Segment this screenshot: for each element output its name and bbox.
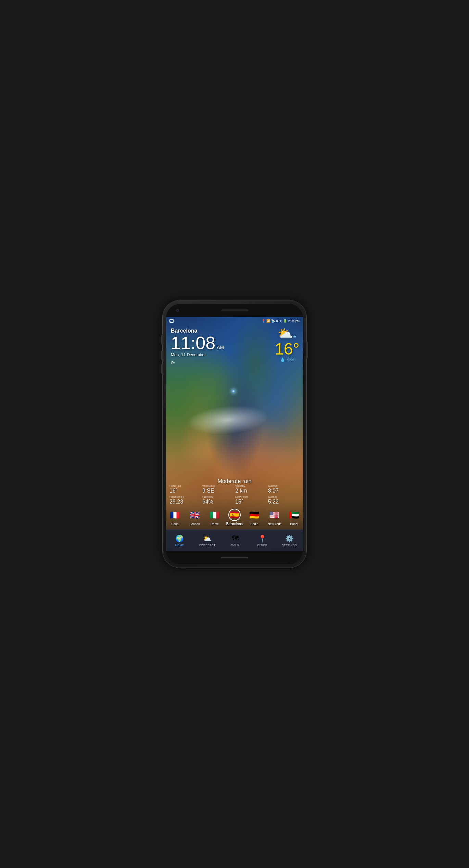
phone-inner: 📍 📶 📡 89% 🔋 2:08 PM Barcelona 11:08 AM — [166, 304, 303, 564]
wind-label: Wind (m/s) — [202, 484, 234, 487]
city-flag: 🇫🇷 — [169, 509, 181, 521]
screen: 📍 📶 📡 89% 🔋 2:08 PM Barcelona 11:08 AM — [166, 317, 303, 551]
city-label: Berlin — [250, 522, 258, 526]
dew-label: Dew Point — [235, 495, 267, 498]
maps-nav-label: MAPS — [231, 543, 239, 546]
visibility-label: Visibility — [235, 484, 267, 487]
settings-nav-label: SETTINGS — [282, 544, 297, 547]
status-right: 📍 📶 📡 89% 🔋 2:08 PM — [262, 319, 300, 323]
stats-grid: Feels like 16° Wind (m/s) 9 SE Visibilit… — [166, 484, 303, 505]
city-label: Paris — [172, 522, 179, 526]
pressure-label: Pressure (") — [169, 495, 201, 498]
signal-icon: 📡 — [271, 319, 275, 323]
forecast-icon: ⛅ — [203, 534, 212, 543]
bottom-nav: 🌍HOME⛅FORECAST🗺MAPS📍CITIES⚙️SETTINGS — [166, 529, 303, 551]
sunrise-label: Sunrise — [268, 484, 300, 487]
image-icon — [169, 319, 174, 323]
time-ampm: AM — [217, 345, 224, 350]
status-bar: 📍 📶 📡 89% 🔋 2:08 PM — [166, 317, 303, 325]
humidity-stat-value: 64% — [202, 499, 234, 505]
camera — [176, 309, 179, 312]
battery-text: 89% — [276, 319, 282, 323]
droplet-icon: 💧 — [280, 357, 285, 362]
city-label: New York — [268, 522, 281, 526]
city-flag: 🇪🇸 — [228, 509, 241, 521]
city-item-new-york[interactable]: 🇺🇸New York — [264, 508, 284, 527]
nav-item-settings[interactable]: ⚙️SETTINGS — [279, 532, 300, 549]
humidity-stat: Humidity 64% — [202, 495, 234, 505]
city-flag: 🇺🇸 — [268, 509, 280, 521]
weather-right: ⛅🌧 16° 💧 70% — [275, 326, 300, 362]
rain-icon: 🌧 — [293, 335, 296, 338]
wind-value: 9 SE — [202, 488, 234, 494]
dew-stat: Dew Point 15° — [235, 495, 267, 505]
cloud-rain-icon: ⛅🌧 — [278, 326, 296, 341]
condition-text: Moderate rain — [218, 478, 252, 484]
cities-icon: 📍 — [258, 534, 267, 543]
city-item-london[interactable]: 🇬🇧London — [185, 508, 205, 527]
feels-like-value: 16° — [169, 488, 201, 494]
nav-item-maps[interactable]: 🗺MAPS — [225, 532, 245, 548]
time-hour: 11 — [171, 333, 191, 353]
cities-nav-label: CITIES — [257, 544, 267, 547]
city-item-rome[interactable]: 🇮🇹Rome — [205, 508, 225, 527]
location-dot — [232, 389, 235, 393]
sunset-label: Sunset — [268, 495, 300, 498]
status-left — [169, 319, 174, 323]
city-item-dubai[interactable]: 🇦🇪Dubai — [284, 508, 303, 527]
humidity-percent: 70% — [286, 357, 294, 362]
pressure-value: 29.23 — [169, 499, 201, 505]
forecast-nav-label: FORECAST — [199, 544, 216, 547]
phone-frame: 📍 📶 📡 89% 🔋 2:08 PM Barcelona 11:08 AM — [163, 300, 306, 568]
battery-icon: 🔋 — [283, 319, 287, 323]
city-item-berlin[interactable]: 🇩🇪Berlin — [244, 508, 264, 527]
speaker — [221, 309, 248, 311]
wifi-icon: 📶 — [266, 319, 270, 323]
city-flag: 🇮🇹 — [208, 509, 221, 521]
humidity-display: 💧 70% — [280, 357, 294, 362]
settings-icon: ⚙️ — [285, 534, 294, 543]
humidity-stat-label: Humidity — [202, 495, 234, 498]
city-flag: 🇦🇪 — [288, 509, 300, 521]
feels-like-stat: Feels like 16° — [169, 484, 201, 494]
sunrise-value: 8:07 — [268, 488, 300, 494]
nav-item-cities[interactable]: 📍CITIES — [252, 532, 272, 549]
visibility-stat: Visibility 2 km — [235, 484, 267, 494]
bottom-bezel — [166, 551, 303, 564]
city-label: London — [190, 522, 200, 526]
cities-strip: 🇫🇷Paris🇬🇧London🇮🇹Rome🇪🇸Barcelona🇩🇪Berlin… — [166, 505, 303, 529]
clock-time: 2:08 PM — [288, 319, 300, 323]
pressure-stat: Pressure (") 29.23 — [169, 495, 201, 505]
city-flag: 🇩🇪 — [248, 509, 261, 521]
home-indicator — [221, 557, 248, 558]
top-bezel — [166, 304, 303, 317]
location-icon: 📍 — [262, 319, 265, 323]
maps-icon: 🗺 — [232, 534, 239, 542]
sunset-stat: Sunset 5:22 — [268, 495, 300, 505]
nav-item-forecast[interactable]: ⛅FORECAST — [197, 532, 218, 549]
city-label: Barcelona — [226, 522, 243, 526]
condition-row: Moderate rain — [166, 478, 303, 484]
city-item-barcelona[interactable]: 🇪🇸Barcelona — [225, 507, 244, 527]
city-label: Rome — [211, 522, 219, 526]
wind-stat: Wind (m/s) 9 SE — [202, 484, 234, 494]
city-item-paris[interactable]: 🇫🇷Paris — [166, 508, 185, 527]
home-icon: 🌍 — [175, 534, 184, 543]
sunrise-stat: Sunrise 8:07 — [268, 484, 300, 494]
city-label: Dubai — [290, 522, 298, 526]
city-flag: 🇬🇧 — [189, 509, 201, 521]
temperature-display: 16° — [275, 341, 300, 357]
visibility-value: 2 km — [235, 488, 267, 494]
time-min: 08 — [195, 333, 215, 353]
sunset-value: 5:22 — [268, 499, 300, 505]
time-display: 11:08 — [171, 334, 215, 352]
nav-item-home[interactable]: 🌍HOME — [169, 532, 190, 549]
home-nav-label: HOME — [175, 544, 184, 547]
dew-value: 15° — [235, 499, 267, 505]
feels-like-label: Feels like — [169, 484, 201, 487]
